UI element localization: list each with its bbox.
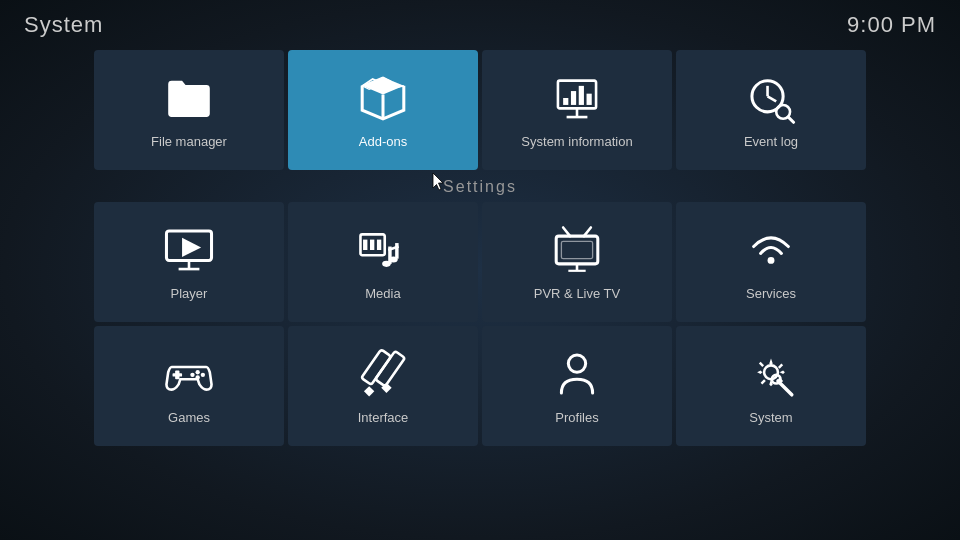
tile-pvr-live-tv-label: PVR & Live TV xyxy=(534,286,620,301)
play-screen-icon xyxy=(163,224,215,276)
svg-point-48 xyxy=(772,374,781,383)
svg-point-45 xyxy=(568,354,585,371)
svg-point-37 xyxy=(196,370,200,374)
clock-search-icon xyxy=(745,72,797,124)
media-icon xyxy=(357,224,409,276)
gear-wrench-icon xyxy=(745,348,797,400)
tile-add-ons[interactable]: Add-ons xyxy=(288,50,478,170)
svg-marker-18 xyxy=(182,237,201,256)
svg-rect-43 xyxy=(375,350,405,385)
svg-rect-33 xyxy=(561,241,592,258)
tile-profiles-label: Profiles xyxy=(555,410,598,425)
svg-rect-20 xyxy=(363,239,367,249)
tile-games[interactable]: Games xyxy=(94,326,284,446)
tile-player[interactable]: Player xyxy=(94,202,284,322)
svg-rect-6 xyxy=(563,98,568,105)
tile-interface-label: Interface xyxy=(358,410,409,425)
person-icon xyxy=(551,348,603,400)
svg-point-26 xyxy=(382,260,391,266)
box-icon xyxy=(357,72,409,124)
tile-add-ons-label: Add-ons xyxy=(359,134,407,149)
main-page: System 9:00 PM File manager xyxy=(0,0,960,540)
tile-profiles[interactable]: Profiles xyxy=(482,326,672,446)
svg-point-34 xyxy=(768,256,775,263)
svg-line-14 xyxy=(788,117,793,122)
tile-pvr-live-tv[interactable]: PVR & Live TV xyxy=(482,202,672,322)
wifi-circle-icon xyxy=(745,224,797,276)
svg-point-39 xyxy=(196,375,200,379)
tile-system-information[interactable]: System information xyxy=(482,50,672,170)
tile-system-information-label: System information xyxy=(521,134,632,149)
svg-rect-28 xyxy=(556,236,598,264)
tile-file-manager-label: File manager xyxy=(151,134,227,149)
svg-point-38 xyxy=(201,372,205,376)
tile-media-label: Media xyxy=(365,286,400,301)
svg-rect-8 xyxy=(579,85,584,104)
clock: 9:00 PM xyxy=(847,12,936,38)
page-title: System xyxy=(24,12,103,38)
tile-event-log-label: Event log xyxy=(744,134,798,149)
svg-rect-22 xyxy=(377,239,381,249)
tile-interface[interactable]: Interface xyxy=(288,326,478,446)
folder-icon xyxy=(163,72,215,124)
top-row: File manager Add-ons xyxy=(0,50,960,170)
gamepad-icon xyxy=(163,348,215,400)
svg-rect-7 xyxy=(571,91,576,105)
tile-media[interactable]: Media xyxy=(288,202,478,322)
settings-row-1: Player Media xyxy=(0,202,960,322)
pencil-icon xyxy=(357,348,409,400)
svg-rect-36 xyxy=(173,373,183,376)
tile-services[interactable]: Services xyxy=(676,202,866,322)
tv-icon xyxy=(551,224,603,276)
svg-marker-42 xyxy=(364,386,374,396)
svg-point-40 xyxy=(190,372,194,376)
tile-system-label: System xyxy=(749,410,792,425)
tile-system[interactable]: System xyxy=(676,326,866,446)
settings-row-2: Games Interface xyxy=(0,326,960,446)
chart-icon xyxy=(551,72,603,124)
settings-label: Settings xyxy=(0,178,960,196)
tile-player-label: Player xyxy=(171,286,208,301)
svg-rect-21 xyxy=(370,239,374,249)
svg-line-12 xyxy=(768,96,777,101)
svg-rect-9 xyxy=(587,93,592,104)
header: System 9:00 PM xyxy=(0,0,960,50)
tile-services-label: Services xyxy=(746,286,796,301)
tile-games-label: Games xyxy=(168,410,210,425)
tile-file-manager[interactable]: File manager xyxy=(94,50,284,170)
svg-point-27 xyxy=(389,256,398,262)
tile-event-log[interactable]: Event log xyxy=(676,50,866,170)
